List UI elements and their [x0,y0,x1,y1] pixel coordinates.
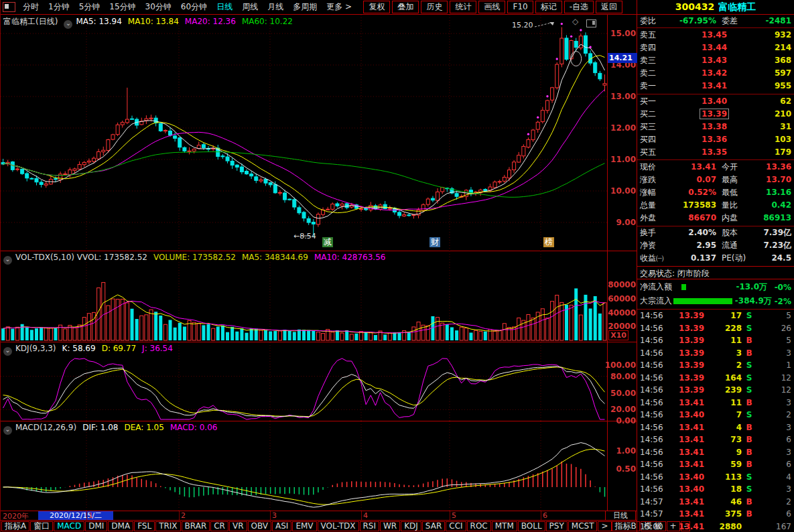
indicator-tab-TRIX[interactable]: TRIX [155,521,180,531]
tick-direction: B [742,497,756,507]
event-badge-减[interactable]: 减 [322,237,333,247]
toolbar-button-F10[interactable]: F10 [507,1,533,13]
indicator-tab-DMI[interactable]: DMI [85,521,107,531]
indicator-tab->[interactable]: > [598,521,611,531]
quote-block: 现价13.41今开13.36涨跌0.07最高13.70涨幅0.52%最低13.1… [637,161,794,225]
indicator-tab-VR[interactable]: VR [229,521,247,531]
indicator-tab-MACD[interactable]: MACD [54,521,84,531]
chevron-down-circle-icon[interactable]: ⌄ [3,426,12,435]
indicator-tab-EMV[interactable]: EMV [292,521,316,531]
toolbar-button-叠加[interactable]: 叠加 [392,1,419,13]
level-row-买三[interactable]: 买三13.3831 [637,121,794,133]
toolbar-button-复权[interactable]: 复权 [363,1,390,13]
indicator-tab-RSI[interactable]: RSI [360,521,380,531]
period-tab-日线[interactable]: 日线 [212,1,237,13]
level-price: 13.44 [672,42,727,54]
chevron-down-circle-icon[interactable]: ⌄ [3,347,12,356]
level-row-卖三[interactable]: 卖三13.43368 [637,54,794,67]
period-box[interactable]: 日线 [605,511,636,521]
indicator-tab-OBV[interactable]: OBV [248,521,272,531]
tick-time: 14:56 [640,410,665,419]
bid-levels: 买一13.4062买二13.39210买三13.3831买四13.36103买五… [637,95,794,159]
kdj-pane[interactable]: ⌄KDJ(9,3,3)K: 58.69D: 69.77J: 36.54 100.… [1,342,637,421]
diamond-marker-icon[interactable]: ◇ [572,17,578,26]
tick-count: 5 [756,311,791,320]
level-row-买二[interactable]: 买二13.39210 [637,108,794,121]
indicator-tab-BOLL[interactable]: BOLL [518,521,545,531]
level-row-买五[interactable]: 买五13.35179 [637,146,794,159]
flow-value: -384.9万 [732,295,771,307]
indicator-tab-ASI[interactable]: ASI [272,521,291,531]
indicator-tab-FSL[interactable]: FSL [134,521,155,531]
indicator-tab-ROC[interactable]: ROC [467,521,491,531]
indicator-tab-指标B[interactable]: 指标B [612,521,640,531]
period-tab-1分钟[interactable]: 1分钟 [44,1,74,13]
period-tab-15分钟[interactable]: 15分钟 [105,1,140,13]
period-tab-多周期[interactable]: 多周期 [288,1,322,13]
event-badge-榜[interactable]: 榜 [543,237,554,247]
level-row-买一[interactable]: 买一13.4062 [637,95,794,108]
indicator-tab-指标A[interactable]: 指标A [1,521,29,531]
event-badge-财[interactable]: 财 [429,237,440,247]
level-label: 卖一 [640,80,672,92]
period-tab-周线[interactable]: 周线 [237,1,263,13]
indicator-tab-CR[interactable]: CR [210,521,228,531]
toolbar-button-画线[interactable]: 画线 [478,1,505,13]
chevron-down-circle-icon[interactable]: ⌄ [64,20,72,29]
indicator-tab-窗口[interactable]: 窗口 [30,521,53,531]
toolbar-button-返回[interactable]: 返回 [596,1,622,13]
toolbar-button-标记[interactable]: 标记 [535,1,562,13]
volume-pane-header: ⌄VOL-TDX(5,10) VVOL: 173582.52VOLUME: 17… [3,253,391,265]
pane-window-icon[interactable] [586,18,596,27]
quote-value: 2.40% [675,226,716,239]
indicator-tab-MTM[interactable]: MTM [492,521,517,531]
macd-chart[interactable] [1,421,607,511]
period-tab-更多 >[interactable]: 更多 > [322,1,356,13]
level-row-卖二[interactable]: 卖二13.42597 [637,67,794,80]
quote-value: 86913 [752,212,791,224]
volume-chart[interactable] [1,251,607,342]
tick-time: 14:56 [640,435,665,444]
indicator-tab-DMA[interactable]: DMA [108,521,133,531]
indicator-tab-MCST[interactable]: MCST [568,521,598,531]
toolbar-button-历史[interactable]: 历史 [421,1,448,13]
toolbar-button-统计[interactable]: 统计 [450,1,476,13]
tick-row: 14:5613.392S1 [637,359,794,372]
period-tab-60分钟[interactable]: 60分钟 [176,1,212,13]
level-row-卖五[interactable]: 卖五13.45932 [637,29,794,42]
macd-pane[interactable]: ⌄MACD(12,26,9)DIF: 1.08DEA: 1.05MACD: 0.… [1,421,637,511]
indicator-tab-KDJ[interactable]: KDJ [401,521,421,531]
indicator-tab-BRAR[interactable]: BRAR [182,521,210,531]
tick-list[interactable]: 14:5613.3917S514:5613.39228S2614:5613.39… [637,309,794,532]
tick-volume: 2880 [704,522,742,531]
indicator-tab-WR[interactable]: WR [380,521,400,531]
candlestick-chart[interactable] [1,15,607,251]
indicator-tab-SAR[interactable]: SAR [422,521,445,531]
period-tab-5分钟[interactable]: 5分钟 [74,1,105,13]
toolbar-button--自选[interactable]: -自选 [564,1,594,13]
period-tab-月线[interactable]: 月线 [263,1,288,13]
indicator-tab-PSY[interactable]: PSY [546,521,568,531]
layout-panel-icon[interactable] [3,2,15,12]
indicator-tab-CCI[interactable]: CCI [446,521,466,531]
quote-label: 换手 [640,226,675,239]
period-tab-分时[interactable]: 分时 [18,1,44,13]
volume-pane[interactable]: ⌄VOL-TDX(5,10) VVOL: 173582.52VOLUME: 17… [1,251,637,342]
level-row-卖一[interactable]: 卖一13.41955 [637,80,794,92]
tick-direction: B [742,423,756,432]
tick-row: 14:5713.41375B6 [637,508,794,521]
level-row-买四[interactable]: 买四13.36103 [637,133,794,146]
selected-date-box[interactable]: 2020/12/15/二 [38,511,113,520]
tick-volume: 9 [704,448,742,457]
period-tab-30分钟[interactable]: 30分钟 [141,1,176,13]
volume-legend: VOL-TDX(5,10) VVOL: 173582.52VOLUME: 173… [15,253,391,262]
level-row-卖四[interactable]: 卖四13.44214 [637,42,794,54]
chevron-down-circle-icon[interactable]: ⌄ [3,256,12,265]
legend-item: MA10: 428763.56 [314,253,386,262]
quote-value: 7.23亿 [752,239,791,252]
tick-time: 14:56 [640,448,665,457]
main-candle-pane[interactable]: 富临精工(日线)⌄MA5: 13.94MA10: 13.84MA20: 12.3… [1,15,637,251]
level-price: 13.45 [672,29,727,42]
indicator-tab-VOL-TDX[interactable]: VOL-TDX [318,521,359,531]
kdj-axis: 100.0080.0050.0020.000.00 [607,342,638,421]
